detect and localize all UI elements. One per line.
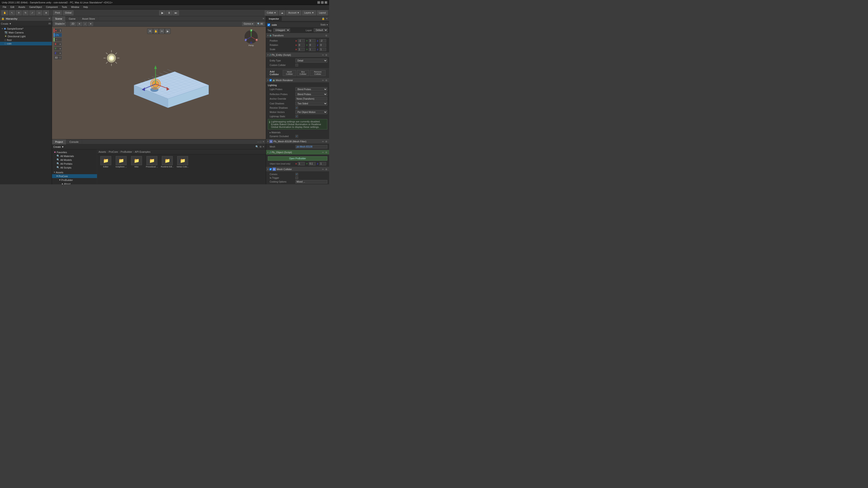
lighting-toggle[interactable]: ☀ (77, 22, 82, 26)
scene-close-icon[interactable]: ✕ (262, 17, 265, 20)
menu-tools[interactable]: Tools (60, 6, 69, 8)
scale-tool-button[interactable]: ⤢ (29, 10, 35, 15)
menu-edit[interactable]: Edit (8, 6, 16, 8)
maximize-button[interactable]: □ (321, 1, 324, 4)
breadcrumb-procore[interactable]: ProCore (109, 151, 118, 153)
lightmap-static-check[interactable] (296, 115, 298, 118)
reflection-probes-select[interactable]: Blend Probes (296, 92, 327, 96)
project-search-icon[interactable]: 🔍 (255, 145, 258, 148)
hierarchy-item-maincamera[interactable]: 📷 Main Camera (0, 31, 52, 34)
inspector-lock-icon[interactable]: 🔒 (322, 17, 325, 20)
light-probes-select[interactable]: Blend Probes (296, 87, 327, 91)
effects-toggle[interactable]: ✦ (88, 22, 93, 26)
step-button[interactable]: ⏭ (173, 10, 179, 15)
pb-entity-header[interactable]: ▾ J Pb_Entity (Script) ✏ ⚙ (266, 53, 329, 57)
layout-button[interactable]: Layout (317, 10, 328, 15)
scene-search[interactable]: 🔍 All (256, 22, 265, 26)
rot-z-input[interactable] (319, 43, 326, 47)
file-icosphere[interactable]: 📁 Icosphere ... (114, 156, 128, 168)
inspector-close-icon[interactable]: ✕ (326, 17, 328, 20)
cast-shadows-select[interactable]: Two Sided (296, 101, 327, 105)
close-button[interactable]: ✕ (324, 1, 327, 4)
project-close-icon[interactable]: ✕ (262, 145, 265, 148)
pause-button[interactable]: ⏸ (166, 10, 172, 15)
file-procedural[interactable]: 📁 Procedural ... (145, 156, 159, 168)
cloud-button[interactable]: ☁ (279, 10, 285, 15)
mesh-renderer-toggle[interactable] (270, 79, 272, 81)
rotate-tool-button[interactable]: ↻ (23, 10, 29, 15)
hierarchy-item-coin[interactable]: □ coin (0, 42, 52, 45)
select-tool-button[interactable]: ↖ (9, 10, 15, 15)
gizmos-dropdown[interactable]: Gizmos ▾ (242, 22, 255, 26)
shading-dropdown[interactable]: Shaded ▾ (53, 22, 66, 26)
tab-inspector[interactable]: Inspector (266, 16, 282, 21)
bottom-minimize-icon[interactable]: ─ (257, 140, 259, 143)
file-vertex[interactable]: 📁 Vertex Colo... (176, 156, 189, 168)
open-probuilder-btn[interactable]: Open ProBuilder (268, 156, 327, 161)
pivot-button[interactable]: Pivot (53, 10, 62, 15)
2d-toggle[interactable]: 2D (70, 22, 76, 26)
mesh-filter-edit-btn[interactable]: ✏ (322, 140, 324, 143)
pb-object-edit-btn[interactable]: ✏ (322, 151, 324, 154)
tree-all-scripts[interactable]: 🔍 All Scripts (52, 166, 97, 169)
play-button[interactable]: ▶ (159, 10, 165, 15)
bottom-close-icon[interactable]: ✕ (262, 140, 265, 143)
custom-collider-check[interactable] (296, 64, 298, 66)
mesh-renderer-menu-btn[interactable]: ⚙ (325, 79, 328, 82)
mesh-collider-menu-btn[interactable]: ⚙ (325, 168, 328, 170)
collab-button[interactable]: Collab ▼ (265, 10, 278, 15)
transform-header[interactable]: ▾ ⊕ Transform ⚙ (266, 33, 329, 38)
scene-viewport[interactable]: ● 1 ON → X ◈ Y ◈ Z ◈ (52, 27, 266, 139)
scale-z-input[interactable] (319, 48, 326, 51)
active-toggle[interactable] (268, 24, 270, 26)
pos-z-input[interactable] (319, 39, 326, 42)
assets-header[interactable]: ▾ Assets (52, 170, 97, 174)
menu-file[interactable]: File (1, 6, 8, 8)
breadcrumb-assets[interactable]: Assets (98, 151, 106, 153)
scale-y-input[interactable] (309, 48, 315, 51)
layer-select[interactable]: Default (314, 28, 328, 32)
mesh-collider-header[interactable]: ▾ M Mesh Collider ✏ ⚙ (266, 167, 329, 172)
hierarchy-item-samplescene[interactable]: ▾ ◉ SampleScene* (0, 27, 52, 31)
file-editor[interactable]: 📁 Editor (99, 156, 113, 168)
tab-console[interactable]: Console (66, 139, 82, 144)
hierarchy-item-dirlight[interactable]: ☀ Directional Light (0, 34, 52, 38)
tag-select[interactable]: Untagged (273, 28, 290, 32)
pb-object-header[interactable]: ▾ J Pb_Object (Script) ✏ ⚙ (266, 150, 329, 155)
motion-vectors-select[interactable]: Per Object Motion (296, 110, 327, 114)
audio-toggle[interactable]: ♪ (83, 22, 87, 26)
entity-type-select[interactable]: Detail (296, 59, 327, 63)
tab-scene[interactable]: Scene (52, 16, 66, 21)
rect-tool-button[interactable]: ▭ (36, 10, 42, 15)
transform-menu-btn[interactable]: ⚙ (325, 34, 328, 37)
favorites-header[interactable]: ★ Favorites (52, 150, 97, 154)
scale-x-input[interactable] (298, 48, 305, 51)
menu-gameobject[interactable]: GameObject (27, 6, 43, 8)
tree-probuilder[interactable]: ▾ ProBuilder (52, 178, 97, 182)
gizmo-compass-container[interactable]: Y X Z Persp (243, 29, 259, 46)
rot-x-input[interactable] (298, 43, 305, 47)
tab-asset-store[interactable]: Asset Store (79, 16, 98, 21)
mesh-collider-btn[interactable]: Mesh Collider (283, 70, 296, 76)
tree-all-models[interactable]: 🔍 All Models (52, 158, 97, 162)
transform-tool-button[interactable]: ⊕ (43, 10, 49, 15)
remove-collider-btn[interactable]: Remove Collider (310, 70, 326, 76)
mesh-filter-menu-btn[interactable]: ⚙ (325, 140, 328, 143)
mesh-renderer-header[interactable]: ▾ ▣ Mesh Renderer ✏ ⚙ (266, 78, 329, 83)
pos-x-input[interactable] (298, 39, 305, 42)
menu-window[interactable]: Window (69, 6, 81, 8)
hierarchy-item-floor[interactable]: □ floor (0, 38, 52, 42)
menu-component[interactable]: Component (44, 6, 60, 8)
menu-help[interactable]: Help (81, 6, 90, 8)
breadcrumb-probuilder[interactable]: ProBuilder (121, 151, 132, 153)
project-create-btn[interactable]: Create ▼ (53, 145, 64, 148)
receive-shadows-check[interactable] (296, 106, 298, 109)
convex-check[interactable] (296, 173, 298, 175)
layers-button[interactable]: Layers ▼ (302, 10, 316, 15)
tree-about[interactable]: ▸ About (52, 182, 97, 184)
minimize-button[interactable]: ─ (317, 1, 320, 4)
is-trigger-check[interactable] (296, 176, 298, 179)
hierarchy-lock-icon[interactable]: 🔒 (1, 17, 4, 20)
bottom-maximize-icon[interactable]: □ (260, 140, 261, 143)
file-misc[interactable]: 📁 Misc (130, 156, 143, 168)
